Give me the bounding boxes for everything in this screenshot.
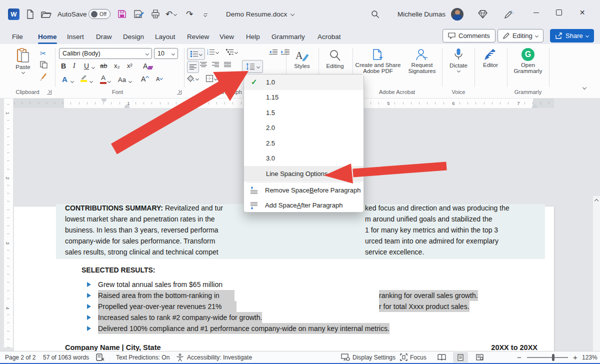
superscript-button[interactable]: x²	[127, 62, 132, 70]
accessibility-status[interactable]: Accessibility: Investigate	[187, 352, 252, 363]
minimize-button[interactable]	[525, 0, 548, 25]
highlight-chevron-icon[interactable]	[90, 80, 93, 83]
search-icon[interactable]	[371, 8, 380, 20]
open-grammarly-button[interactable]: G Open Grammarly	[509, 48, 547, 74]
bullets-button[interactable]	[187, 48, 205, 60]
tab-insert[interactable]: Insert	[66, 30, 85, 43]
display-settings-button[interactable]: Display Settings	[341, 352, 396, 363]
comments-button[interactable]: Comments	[442, 29, 496, 42]
text-effects-button[interactable]: A	[62, 75, 68, 84]
zoom-out-button[interactable]: −	[517, 352, 522, 363]
autosave-toggle[interactable]: Off	[88, 8, 110, 20]
menu-item-spacing-1-15[interactable]: 1.15	[244, 90, 364, 106]
line-spacing-button[interactable]	[242, 60, 263, 73]
tab-design[interactable]: Design	[122, 30, 145, 43]
clipboard-dialog-launcher[interactable]	[47, 90, 52, 94]
tab-grammarly[interactable]: Grammarly	[270, 30, 306, 43]
tab-file[interactable]: File	[11, 30, 24, 43]
word-app-icon[interactable]: W	[8, 8, 20, 20]
page-indicator[interactable]: Page 2 of 2	[5, 352, 36, 363]
quick-access-more-icon[interactable]	[204, 8, 206, 20]
font-dialog-launcher[interactable]	[177, 90, 182, 94]
text-effects-chevron-icon[interactable]	[70, 80, 74, 83]
paste-button[interactable]: Paste	[9, 48, 37, 74]
grow-font-button[interactable]: A	[141, 75, 148, 83]
change-case-chevron-icon[interactable]	[128, 80, 132, 83]
sparkle-pen-icon[interactable]	[504, 8, 514, 20]
read-mode-button[interactable]	[434, 352, 449, 362]
zoom-level[interactable]: 123%	[582, 352, 598, 363]
print-layout-button[interactable]	[453, 352, 468, 362]
borders-button[interactable]	[206, 75, 217, 82]
subscript-button[interactable]: x₂	[114, 62, 120, 70]
menu-item-spacing-2-0[interactable]: 2.0	[244, 120, 364, 136]
tab-help[interactable]: Help	[245, 30, 261, 43]
editing-mode-button[interactable]: Editing	[498, 29, 544, 42]
save-as-icon[interactable]	[134, 8, 144, 20]
tab-acrobat[interactable]: Acrobat	[316, 30, 342, 43]
underline-button[interactable]: U	[84, 62, 89, 70]
numbering-button[interactable]: 123	[207, 49, 218, 55]
open-icon[interactable]	[41, 8, 52, 20]
change-case-button[interactable]: Aa	[118, 76, 126, 84]
menu-item-spacing-1-0[interactable]: ✓1.0	[244, 74, 364, 90]
menu-item-add-space-after[interactable]: Add Space After Paragraph	[244, 198, 364, 213]
save-icon[interactable]	[118, 8, 126, 20]
dictate-button[interactable]: Dictate	[444, 48, 473, 72]
highlight-color-button[interactable]	[80, 74, 87, 82]
undo-button[interactable]: ↶	[166, 8, 176, 20]
font-color-chevron-icon[interactable]	[108, 80, 111, 83]
copy-button[interactable]	[40, 61, 48, 68]
web-layout-button[interactable]	[472, 352, 487, 362]
tab-review[interactable]: Review	[186, 30, 210, 43]
shrink-font-button[interactable]: A	[156, 76, 162, 82]
document-title[interactable]: Demo Resume.docx	[226, 8, 294, 20]
underline-chevron-icon[interactable]	[92, 66, 95, 69]
focus-button[interactable]: Focus	[400, 352, 426, 363]
menu-item-spacing-3-0[interactable]: 3.0	[244, 151, 364, 166]
align-center-button[interactable]	[200, 62, 207, 68]
editing-button[interactable]: Editing	[321, 49, 349, 69]
tab-draw[interactable]: Draw	[95, 30, 113, 43]
editor-button[interactable]: Editor	[476, 48, 505, 68]
proofing-status-icon[interactable]	[96, 352, 104, 363]
rewards-icon[interactable]	[478, 8, 488, 20]
shading-button[interactable]	[187, 75, 198, 82]
increase-indent-button[interactable]	[281, 49, 290, 55]
multilevel-list-button[interactable]	[226, 49, 238, 55]
account-name[interactable]: Michelle Dumas	[398, 8, 446, 20]
sort-button[interactable]: A↓	[230, 75, 236, 81]
font-name-select[interactable]: Calibri (Body)	[59, 48, 152, 59]
menu-item-spacing-1-5[interactable]: 1.5	[244, 105, 364, 120]
bold-button[interactable]: B	[61, 62, 66, 70]
zoom-slider-thumb[interactable]	[552, 354, 554, 361]
zoom-in-button[interactable]: +	[573, 352, 578, 363]
avatar[interactable]	[451, 8, 464, 20]
document-page[interactable]: CONTRIBUTIONS SUMMARY: Revitalized and t…	[14, 206, 554, 364]
tab-layout[interactable]: Layout	[154, 30, 176, 43]
close-button[interactable]: ✕	[571, 0, 594, 25]
maximize-button[interactable]	[548, 0, 570, 25]
word-count[interactable]: 57 of 1063 words	[43, 352, 89, 363]
font-color-button[interactable]: A	[100, 74, 106, 84]
scroll-up-icon[interactable]	[594, 199, 598, 203]
vertical-scrollbar[interactable]	[593, 196, 600, 364]
text-predictions[interactable]: Text Predictions: On	[116, 352, 170, 363]
redo-button[interactable]: ↷	[186, 8, 193, 20]
styles-button[interactable]: A Styles	[289, 49, 315, 69]
tab-home[interactable]: Home	[37, 30, 58, 43]
align-left-button[interactable]	[187, 61, 199, 73]
print-preview-icon[interactable]	[151, 8, 160, 20]
italic-button[interactable]: I	[73, 62, 76, 70]
menu-item-line-spacing-options[interactable]: Line Spacing Options...	[244, 166, 364, 182]
zoom-slider[interactable]	[527, 352, 568, 363]
share-button[interactable]: Share	[550, 29, 594, 42]
strikethrough-button[interactable]: ab	[100, 62, 107, 70]
format-painter-button[interactable]	[40, 73, 48, 80]
menu-item-spacing-2-5[interactable]: 2.5	[244, 136, 364, 151]
new-document-icon[interactable]	[26, 8, 34, 20]
collapse-ribbon-icon[interactable]	[582, 86, 586, 90]
create-share-pdf-button[interactable]: Create and Share Adobe PDF	[353, 48, 403, 74]
align-right-button[interactable]	[212, 62, 219, 68]
justify-button[interactable]	[224, 62, 231, 68]
